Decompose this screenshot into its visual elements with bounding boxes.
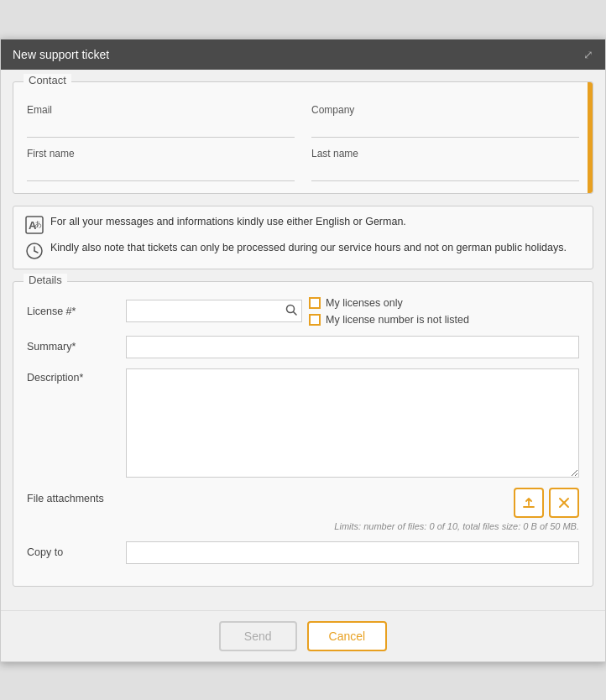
info-text-hours: Kindly also note that tickets can only b…: [50, 241, 567, 256]
cancel-button[interactable]: Cancel: [307, 621, 388, 651]
lastname-input[interactable]: [311, 161, 579, 181]
description-label: Description*: [27, 368, 119, 384]
translate-icon: A あ: [25, 216, 44, 234]
info-text-language: For all your messages and informations k…: [50, 215, 406, 230]
copy-to-input[interactable]: [126, 541, 579, 564]
upload-button[interactable]: [514, 488, 544, 518]
details-section: Details License #* My lic: [13, 281, 593, 587]
license-search-button[interactable]: [284, 304, 299, 318]
orange-sidebar: [588, 82, 593, 193]
clear-button[interactable]: [549, 488, 579, 518]
clock-icon: [25, 242, 44, 260]
modal-header: New support ticket ⤢: [1, 39, 605, 70]
contact-grid: Email Company First name Last name: [27, 104, 579, 181]
license-not-listed-row: My license number is not listed: [309, 314, 469, 326]
details-legend: Details: [24, 274, 67, 286]
description-textarea[interactable]: [126, 368, 579, 478]
lastname-label: Last name: [311, 148, 579, 159]
modal-body: Contact Email Company First name Last na…: [1, 70, 605, 610]
license-not-listed-label: My license number is not listed: [326, 314, 469, 326]
modal-title: New support ticket: [13, 48, 109, 61]
svg-text:あ: あ: [34, 220, 42, 228]
contact-section: Contact Email Company First name Last na…: [13, 81, 593, 194]
lastname-field: Last name: [311, 148, 579, 181]
company-input[interactable]: [311, 118, 579, 138]
summary-row: Summary*: [27, 336, 579, 358]
my-licenses-only-checkbox[interactable]: [309, 297, 321, 309]
firstname-field: First name: [27, 148, 295, 181]
email-input[interactable]: [27, 118, 295, 138]
company-field: Company: [311, 104, 579, 138]
info-row-hours: Kindly also note that tickets can only b…: [25, 241, 581, 260]
email-label: Email: [27, 104, 295, 116]
expand-icon[interactable]: ⤢: [583, 48, 593, 61]
license-input[interactable]: [126, 300, 302, 322]
license-input-wrap: [126, 300, 302, 322]
description-row: Description*: [27, 368, 579, 478]
company-label: Company: [311, 104, 579, 116]
firstname-label: First name: [27, 148, 295, 159]
license-row: License #* My licenses only: [27, 297, 579, 326]
my-licenses-only-row: My licenses only: [309, 297, 469, 309]
modal-footer: Send Cancel: [1, 610, 605, 661]
license-checkboxes: My licenses only My license number is no…: [309, 297, 469, 326]
info-row-language: A あ For all your messages and informatio…: [25, 215, 581, 234]
license-not-listed-checkbox[interactable]: [309, 314, 321, 326]
summary-label: Summary*: [27, 341, 119, 353]
email-field: Email: [27, 104, 295, 138]
copy-to-row: Copy to: [27, 541, 579, 564]
file-attachments-row: File attachments: [27, 488, 579, 531]
contact-legend: Contact: [24, 74, 71, 86]
info-box: A あ For all your messages and informatio…: [13, 206, 593, 269]
my-licenses-only-label: My licenses only: [326, 297, 403, 309]
svg-line-7: [294, 312, 297, 316]
license-label: License #*: [27, 306, 119, 317]
svg-line-5: [34, 251, 38, 253]
summary-input[interactable]: [126, 336, 579, 358]
file-limits-text: Limits: number of files: 0 of 10, total …: [334, 521, 579, 531]
file-buttons: [514, 488, 579, 518]
firstname-input[interactable]: [27, 161, 295, 181]
file-col: Limits: number of files: 0 of 10, total …: [126, 488, 579, 531]
send-button[interactable]: Send: [219, 621, 297, 651]
file-attachments-label: File attachments: [27, 488, 119, 504]
copy-to-label: Copy to: [27, 546, 119, 558]
modal-container: New support ticket ⤢ Contact Email Compa…: [0, 39, 606, 662]
